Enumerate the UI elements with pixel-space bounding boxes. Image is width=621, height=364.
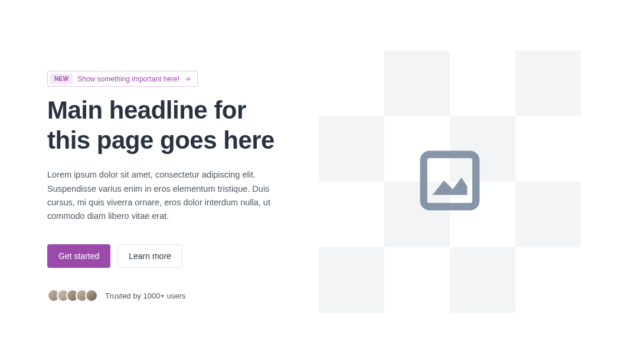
page-headline: Main headline for this page goes here: [47, 95, 295, 155]
image-icon: [415, 146, 485, 218]
svg-rect-1: [424, 155, 476, 207]
new-tag: NEW: [50, 74, 73, 84]
arrow-right-icon: [184, 76, 191, 83]
social-proof: Trusted by 1000+ users: [47, 289, 295, 302]
avatar-group: [47, 289, 98, 302]
svg-marker-2: [433, 178, 468, 195]
avatar: [85, 289, 98, 302]
hero-image-placeholder: [319, 51, 581, 313]
cta-buttons: Get started Learn more: [47, 244, 295, 268]
page-body-text: Lorem ipsum dolor sit amet, consectetur …: [47, 168, 289, 223]
announcement-badge[interactable]: NEW Show something important here!: [47, 71, 198, 87]
trusted-text: Trusted by 1000+ users: [105, 291, 185, 300]
learn-more-button[interactable]: Learn more: [117, 244, 182, 268]
announcement-text: Show something important here!: [77, 75, 179, 83]
get-started-button[interactable]: Get started: [47, 244, 110, 268]
